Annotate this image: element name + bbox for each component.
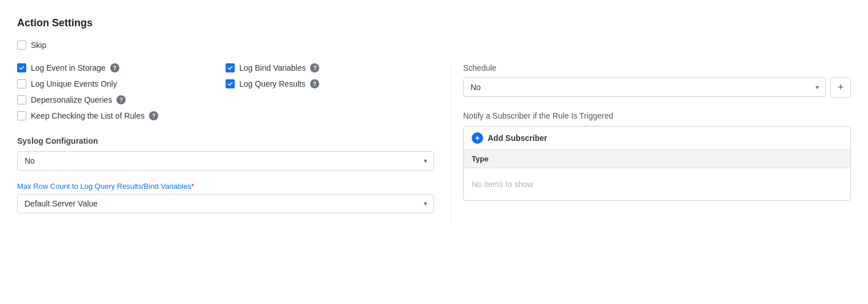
keep-checking-rules-checkbox[interactable]	[17, 111, 26, 120]
log-event-storage-label: Log Event in Storage	[31, 63, 106, 72]
schedule-label: Schedule	[463, 63, 851, 72]
notify-label: Notify a Subscriber if the Rule Is Trigg…	[463, 111, 851, 120]
checkbox-log-event-storage: Log Event in Storage ?	[17, 63, 226, 72]
syslog-section: Syslog Configuration No Yes ▾	[17, 136, 434, 171]
keep-checking-rules-label: Keep Checking the List of Rules	[31, 111, 144, 120]
schedule-section: Schedule No Yes ▾ +	[463, 63, 851, 98]
skip-row: Skip	[17, 40, 851, 50]
add-subscriber-icon: +	[472, 132, 483, 144]
required-star: *	[191, 182, 194, 190]
syslog-label: Syslog Configuration	[17, 136, 434, 145]
empty-text: No items to show	[464, 168, 850, 200]
keep-checking-rules-help-icon[interactable]: ?	[149, 111, 158, 120]
left-checkbox-col: Log Event in Storage ? Log Unique Events…	[17, 63, 226, 120]
max-row-label: Max Row Count to Log Query Results/Bind …	[17, 182, 434, 190]
schedule-select[interactable]: No Yes	[463, 78, 826, 97]
page-title: Action Settings	[17, 17, 851, 29]
log-event-storage-help-icon[interactable]: ?	[110, 63, 119, 72]
log-unique-events-checkbox[interactable]	[17, 79, 26, 88]
checkbox-log-bind-variables: Log Bind Variables ?	[226, 63, 434, 72]
max-row-select-wrapper: Default Server Value ▾	[17, 194, 434, 213]
checkboxes-grid: Log Event in Storage ? Log Unique Events…	[17, 63, 434, 120]
depersonalize-queries-help-icon[interactable]: ?	[116, 95, 126, 104]
log-query-results-checkbox[interactable]	[226, 79, 235, 88]
log-query-results-label: Log Query Results	[239, 79, 306, 88]
skip-checkbox[interactable]	[17, 40, 26, 50]
max-row-section: Max Row Count to Log Query Results/Bind …	[17, 182, 434, 213]
right-checkbox-col: Log Bind Variables ? Log Query Results ?	[226, 63, 434, 120]
checkbox-log-unique-events: Log Unique Events Only	[17, 79, 226, 88]
checkbox-depersonalize-queries: Depersonalize Queries ?	[17, 95, 226, 104]
left-panel: Log Event in Storage ? Log Unique Events…	[17, 63, 451, 225]
depersonalize-queries-checkbox[interactable]	[17, 95, 26, 104]
syslog-select[interactable]: No Yes	[17, 151, 434, 171]
schedule-add-button[interactable]: +	[830, 77, 851, 98]
page-container: Action Settings Skip Log Event in Storag…	[0, 0, 868, 304]
checkbox-keep-checking-rules: Keep Checking the List of Rules ?	[17, 111, 226, 120]
schedule-select-wrapper: No Yes ▾	[463, 78, 826, 97]
main-layout: Log Event in Storage ? Log Unique Events…	[17, 63, 851, 225]
log-query-results-help-icon[interactable]: ?	[310, 79, 319, 88]
notify-section: Notify a Subscriber if the Rule Is Trigg…	[463, 111, 851, 201]
log-event-storage-checkbox[interactable]	[17, 63, 26, 72]
subscriber-box: + Add Subscriber Type No items to show	[463, 126, 851, 201]
max-row-select[interactable]: Default Server Value	[17, 194, 434, 213]
depersonalize-queries-label: Depersonalize Queries	[31, 95, 112, 104]
right-panel: Schedule No Yes ▾ + Notify a Subscriber …	[451, 63, 851, 225]
log-unique-events-label: Log Unique Events Only	[31, 79, 117, 88]
schedule-row: No Yes ▾ +	[463, 77, 851, 98]
log-bind-variables-help-icon[interactable]: ?	[310, 63, 319, 72]
add-subscriber-row[interactable]: + Add Subscriber	[464, 127, 850, 150]
add-subscriber-label: Add Subscriber	[488, 133, 547, 143]
log-bind-variables-checkbox[interactable]	[226, 63, 235, 72]
type-col-header: Type	[464, 150, 850, 168]
syslog-select-wrapper: No Yes ▾	[17, 151, 434, 171]
log-bind-variables-label: Log Bind Variables	[239, 63, 306, 72]
checkbox-log-query-results: Log Query Results ?	[226, 79, 434, 88]
skip-label: Skip	[31, 40, 46, 50]
